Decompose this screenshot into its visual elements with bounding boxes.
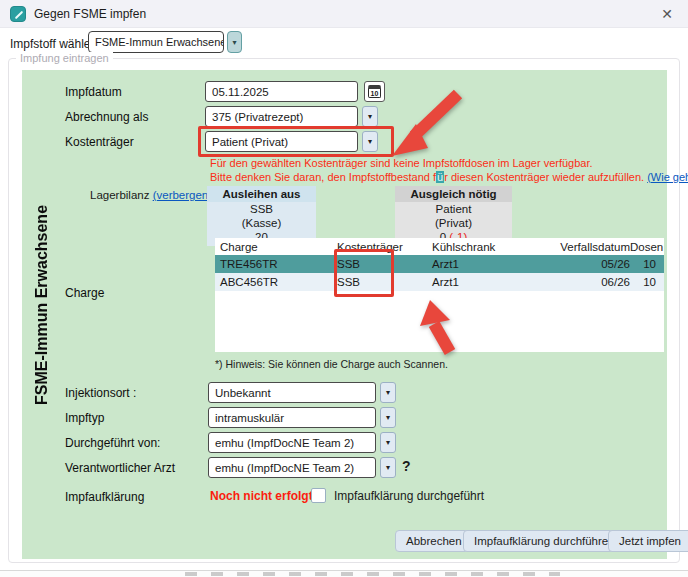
jetzt-impfen-button[interactable]: Jetzt impfen xyxy=(608,530,688,552)
chevron-down-icon: ▾ xyxy=(386,388,390,397)
header-kostentraeger: Kostenträger xyxy=(337,241,432,253)
vaccine-side-label: FSME-Immun Erwachsene xyxy=(28,165,56,445)
header-kuehlschrank: Kühlschrank xyxy=(432,241,545,253)
impftyp-dropdown-button[interactable]: ▾ xyxy=(380,407,396,428)
table-row[interactable]: TRE456TR SSB Arzt1 05/26 10 xyxy=(215,255,664,273)
abrechnung-label: Abrechnung als xyxy=(65,110,148,124)
chevron-down-icon: ▾ xyxy=(232,38,236,47)
impfaufklaerung-label: Impfaufklärung xyxy=(65,490,144,504)
ausleihen-source-type: (Kasse) xyxy=(207,216,316,230)
title-bar: Gegen FSME impfen ✕ xyxy=(0,0,688,28)
lagerbilanz-label: Lagerbilanz xyxy=(90,189,153,201)
injektionsort-dropdown-button[interactable]: ▾ xyxy=(380,382,396,403)
verbergen-link[interactable]: (verbergen) xyxy=(153,189,212,201)
close-icon[interactable]: ✕ xyxy=(656,6,678,22)
injektionsort-label: Injektionsort : xyxy=(65,386,136,400)
impfaufklaerung-checkbox-label: Impfaufklärung durchgeführt xyxy=(334,489,484,503)
chevron-down-icon: ▾ xyxy=(386,438,390,447)
wie-geht-das-link[interactable]: (Wie geht das?) xyxy=(647,171,688,183)
header-charge: Charge xyxy=(215,241,337,253)
ausgleich-block: Ausgleich nötig Patient (Privat) 0 (-1) xyxy=(395,186,512,246)
header-verfallsdatum: Verfallsdatum xyxy=(545,241,630,253)
help-icon[interactable]: ? xyxy=(402,458,411,474)
durchgefuehrt-label: Durchgeführt von: xyxy=(65,436,160,450)
impfaufklaerung-status: Noch nicht erfolgt xyxy=(210,489,313,503)
durchgefuehrt-combobox[interactable]: emhu (ImpfDocNE Team 2) xyxy=(208,432,376,453)
cancel-button[interactable]: Abbrechen xyxy=(395,530,473,552)
app-syringe-icon xyxy=(10,6,26,22)
arzt-dropdown-button[interactable]: ▾ xyxy=(380,457,396,478)
impfdatum-input[interactable]: 05.11.2025 xyxy=(205,81,358,102)
impfdatum-label: Impfdatum xyxy=(65,85,122,99)
charge-label: Charge xyxy=(65,286,104,300)
injektionsort-combobox[interactable]: Unbekannt xyxy=(208,382,376,403)
ausgleich-target-type: (Privat) xyxy=(395,216,512,230)
vaccine-select-dropdown-button[interactable]: ▾ xyxy=(227,31,242,53)
chevron-down-icon: ▾ xyxy=(386,463,390,472)
kostentraeger-combobox[interactable]: Patient (Privat) xyxy=(205,131,358,152)
red-arrow-kostentraeger xyxy=(380,86,468,162)
abrechnung-dropdown-button[interactable]: ▾ xyxy=(362,106,378,127)
background-taskbar-fragment xyxy=(185,572,560,576)
arzt-label: Verantwortlicher Arzt xyxy=(65,461,175,475)
chevron-down-icon: ▾ xyxy=(386,413,390,422)
impftyp-combobox[interactable]: intramuskulär xyxy=(208,407,376,428)
impfaufklaerung-checkbox[interactable] xyxy=(311,488,326,503)
group-box-legend: Impfung eintragen xyxy=(16,52,113,64)
vaccine-select-label: Impfstoff wählen: xyxy=(10,37,101,51)
abrechnung-combobox[interactable]: 375 (Privatrezept) xyxy=(205,106,358,127)
impftyp-label: Impftyp xyxy=(65,411,104,425)
ausleihen-header: Ausleihen aus xyxy=(207,186,316,202)
ausgleich-header: Ausgleich nötig xyxy=(395,186,512,202)
calendar-button[interactable]: 10 xyxy=(364,81,385,102)
calendar-icon: 10 xyxy=(368,85,381,98)
impfaufklaerung-button[interactable]: Impfaufklärung durchführen xyxy=(463,530,626,552)
chevron-down-icon: ▾ xyxy=(368,112,372,121)
arzt-combobox[interactable]: emhu (ImpfDocNE Team 2) xyxy=(208,457,376,478)
ausgleich-target: Patient xyxy=(395,202,512,216)
header-dosen: Dosen xyxy=(630,241,660,253)
window-title: Gegen FSME impfen xyxy=(34,7,146,21)
table-row[interactable]: ABC456TR SSB Arzt1 06/26 10 xyxy=(215,273,664,291)
charge-table-header: Charge Kostenträger Kühlschrank Verfalls… xyxy=(215,238,664,255)
charge-table: Charge Kostenträger Kühlschrank Verfalls… xyxy=(215,238,664,352)
highlighted-char: ü xyxy=(436,171,444,183)
lagerbilanz-row: Lagerbilanz (verbergen) xyxy=(90,189,212,201)
warning-line-2: Bitte denken Sie daran, den Impfstoffbes… xyxy=(210,171,688,183)
ausleihen-block: Ausleihen aus SSB (Kasse) 20 xyxy=(207,186,316,246)
durchgefuehrt-dropdown-button[interactable]: ▾ xyxy=(380,432,396,453)
warning-line-1: Für den gewählten Kostenträger sind kein… xyxy=(210,157,593,169)
vaccination-entry-panel: FSME-Immun Erwachsene Impfdatum 05.11.20… xyxy=(22,70,667,559)
chevron-down-icon: ▾ xyxy=(368,137,372,146)
ausleihen-source: SSB xyxy=(207,202,316,216)
kostentraeger-label: Kostenträger xyxy=(65,135,134,149)
vaccine-select-combobox[interactable]: FSME-Immun Erwachsene (20) xyxy=(88,31,224,53)
scan-hint: *) Hinweis: Sie können die Charge auch S… xyxy=(215,358,448,370)
kostentraeger-dropdown-button[interactable]: ▾ xyxy=(362,131,378,152)
